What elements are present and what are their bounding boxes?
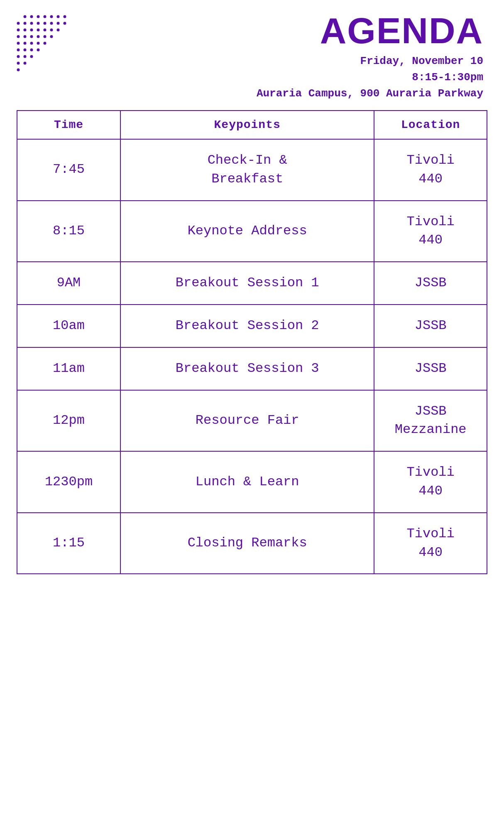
svg-point-15 [17,29,20,32]
table-header-row: Time Keypoints Location [17,111,487,139]
cell-location-4: JSSB [374,347,487,390]
cell-keypoints-3: Breakout Session 2 [120,305,374,347]
cell-keypoints-0: Check-In &Breakfast [120,139,374,201]
cell-time-6: 1230pm [17,451,120,513]
page-title: AGENDA [17,12,483,49]
col-header-keypoints: Keypoints [120,111,374,139]
header: AGENDA Friday, November 10 8:15-1:30pm A… [17,12,487,102]
table-row: 7:45Check-In &BreakfastTivoli440 [17,139,487,201]
table-row: 8:15Keynote AddressTivoli440 [17,201,487,262]
cell-location-3: JSSB [374,305,487,347]
svg-point-24 [30,35,33,38]
table-row: 11amBreakout Session 3JSSB [17,347,487,390]
svg-point-30 [30,42,33,45]
event-details: Friday, November 10 8:15-1:30pm Auraria … [17,53,483,102]
cell-location-2: JSSB [374,262,487,305]
cell-keypoints-1: Keynote Address [120,201,374,262]
svg-point-21 [57,29,60,32]
svg-point-19 [44,29,46,32]
svg-point-42 [17,69,20,71]
cell-location-6: Tivoli440 [374,451,487,513]
cell-time-7: 1:15 [17,513,120,574]
svg-point-17 [30,29,33,32]
svg-point-32 [44,42,46,45]
cell-time-4: 11am [17,347,120,390]
svg-point-1 [30,15,33,18]
cell-keypoints-6: Lunch & Learn [120,451,374,513]
cell-location-1: Tivoli440 [374,201,487,262]
table-row: 1230pmLunch & LearnTivoli440 [17,451,487,513]
svg-point-39 [30,55,33,58]
svg-point-31 [37,42,40,45]
svg-point-40 [17,62,20,65]
svg-point-0 [24,15,27,18]
svg-point-38 [24,55,27,58]
cell-location-7: Tivoli440 [374,513,487,574]
svg-point-25 [37,35,40,38]
svg-point-9 [30,22,33,25]
event-time: 8:15-1:30pm [412,71,483,84]
svg-point-11 [44,22,46,25]
cell-time-3: 10am [17,305,120,347]
cell-time-1: 8:15 [17,201,120,262]
svg-point-7 [17,22,20,25]
svg-point-5 [57,15,60,18]
cell-time-2: 9AM [17,262,120,305]
dot-pattern-decoration [12,12,79,79]
svg-point-23 [24,35,27,38]
svg-point-10 [37,22,40,25]
svg-point-16 [24,29,27,32]
cell-keypoints-2: Breakout Session 1 [120,262,374,305]
svg-point-3 [44,15,46,18]
svg-point-29 [24,42,27,45]
svg-point-27 [50,35,53,38]
svg-point-35 [30,49,33,52]
col-header-time: Time [17,111,120,139]
svg-point-14 [64,22,66,25]
svg-point-2 [37,15,40,18]
event-location: Auraria Campus, 900 Auraria Parkway [257,87,483,100]
svg-point-34 [24,49,27,52]
col-header-location: Location [374,111,487,139]
cell-keypoints-5: Resource Fair [120,390,374,452]
svg-point-18 [37,29,40,32]
table-row: 1:15Closing RemarksTivoli440 [17,513,487,574]
svg-point-13 [57,22,60,25]
svg-point-26 [44,35,46,38]
page-container: AGENDA Friday, November 10 8:15-1:30pm A… [0,0,504,831]
svg-point-12 [50,22,53,25]
cell-time-5: 12pm [17,390,120,452]
cell-time-0: 7:45 [17,139,120,201]
table-row: 10amBreakout Session 2JSSB [17,305,487,347]
svg-point-6 [64,15,66,18]
svg-point-36 [37,49,40,52]
agenda-table: Time Keypoints Location 7:45Check-In &Br… [17,110,487,574]
svg-point-37 [17,55,20,58]
svg-point-28 [17,42,20,45]
cell-location-0: Tivoli440 [374,139,487,201]
cell-keypoints-7: Closing Remarks [120,513,374,574]
svg-point-22 [17,35,20,38]
table-row: 12pmResource FairJSSBMezzanine [17,390,487,452]
svg-point-8 [24,22,27,25]
svg-point-4 [50,15,53,18]
svg-point-33 [17,49,20,52]
table-row: 9AMBreakout Session 1JSSB [17,262,487,305]
cell-keypoints-4: Breakout Session 3 [120,347,374,390]
svg-point-41 [24,62,27,65]
svg-point-20 [50,29,53,32]
cell-location-5: JSSBMezzanine [374,390,487,452]
event-date: Friday, November 10 [360,55,483,67]
